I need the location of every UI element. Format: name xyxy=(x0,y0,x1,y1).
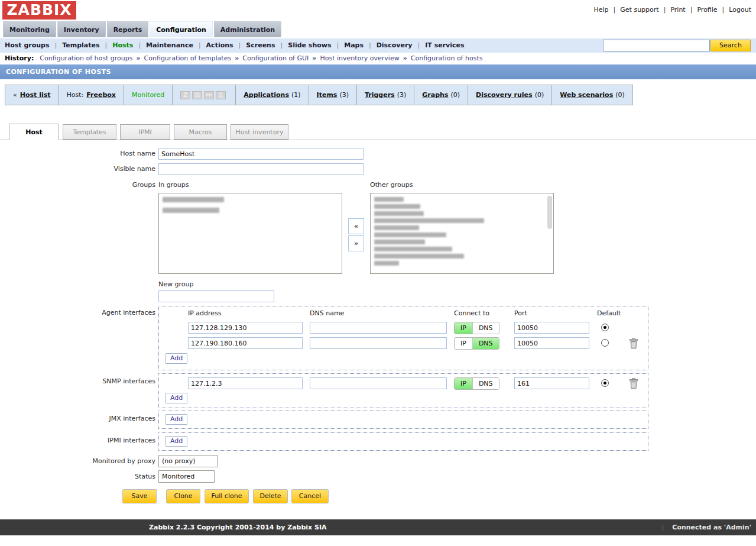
redacted-group-item[interactable] xyxy=(374,211,424,216)
redacted-group-item[interactable] xyxy=(374,225,419,230)
agent-dns-input[interactable] xyxy=(310,322,447,334)
trash-icon[interactable] xyxy=(629,338,638,349)
cancel-button[interactable]: Cancel xyxy=(291,489,329,503)
port-header: Port xyxy=(514,309,527,318)
search-button[interactable]: Search xyxy=(710,40,751,51)
main-tab-monitoring[interactable]: Monitoring xyxy=(3,21,56,37)
visible-name-input[interactable] xyxy=(158,163,364,175)
trash-icon[interactable] xyxy=(629,378,638,389)
redacted-group-item[interactable] xyxy=(374,232,446,237)
connect-ip-option[interactable]: IP xyxy=(455,322,473,334)
tab-macros[interactable]: Macros xyxy=(174,124,227,140)
web-scenarios-link[interactable]: Web scenarios xyxy=(560,85,613,105)
page-title: CONFIGURATION OF HOSTS xyxy=(6,64,111,79)
items-cell: Items (3) xyxy=(309,85,357,105)
search-input[interactable] xyxy=(603,40,710,51)
user-menu: HelpGet supportPrintProfileLogout xyxy=(594,6,751,14)
agent-default-radio[interactable] xyxy=(601,339,609,347)
main-tab-inventory[interactable]: Inventory xyxy=(57,21,106,37)
agent-default-radio[interactable] xyxy=(601,324,609,331)
subnav-templates[interactable]: Templates xyxy=(50,41,100,49)
triggers-link[interactable]: Triggers xyxy=(365,85,395,105)
save-button[interactable]: Save xyxy=(122,489,157,503)
main-tab-configuration[interactable]: Configuration xyxy=(150,21,213,37)
redacted-group-item[interactable] xyxy=(374,204,420,209)
subnav-host-groups[interactable]: Host groups xyxy=(5,41,50,49)
redacted-group-item[interactable] xyxy=(374,254,464,259)
in-groups-listbox[interactable] xyxy=(158,193,342,274)
tab-host-inventory[interactable]: Host inventory xyxy=(231,124,288,140)
subnav-maps[interactable]: Maps xyxy=(331,41,364,49)
snmp-port-input[interactable] xyxy=(514,377,589,389)
agent-ip-input[interactable] xyxy=(188,337,303,349)
redacted-group-item[interactable] xyxy=(374,197,404,202)
history-link-5[interactable]: Configuration of hosts xyxy=(400,54,483,62)
agent-ip-input[interactable] xyxy=(188,322,303,334)
redacted-group-item[interactable] xyxy=(163,208,219,213)
history-link-4[interactable]: Host inventory overview xyxy=(309,54,399,62)
host-list-cell[interactable]: « Host list xyxy=(5,85,59,105)
subnav-discovery[interactable]: Discovery xyxy=(364,41,412,49)
host-name-link[interactable]: Freebox xyxy=(86,85,116,105)
snmp-add-button[interactable]: Add xyxy=(166,393,187,403)
help-link[interactable]: Help xyxy=(594,6,609,14)
status-select[interactable]: Monitored xyxy=(158,470,215,483)
history-link-2[interactable]: Configuration of templates xyxy=(132,54,231,62)
items-link[interactable]: Items xyxy=(317,85,338,105)
logout-link[interactable]: Logout xyxy=(718,6,751,14)
agent-port-input[interactable] xyxy=(514,337,589,349)
clone-button[interactable]: Clone xyxy=(166,489,200,503)
applications-link[interactable]: Applications xyxy=(244,85,289,105)
connect-dns-option[interactable]: DNS xyxy=(473,378,499,389)
subnav-screens[interactable]: Screens xyxy=(233,41,275,49)
move-to-in-groups-button[interactable]: « xyxy=(348,218,364,234)
agent-connect-to-toggle: IP DNS xyxy=(454,322,499,334)
snmp-default-radio[interactable] xyxy=(601,379,609,387)
profile-link[interactable]: Profile xyxy=(686,6,718,14)
connect-ip-option[interactable]: IP xyxy=(455,378,473,389)
discovery-rules-link[interactable]: Discovery rules xyxy=(476,85,533,105)
delete-button[interactable]: Delete xyxy=(253,489,288,503)
new-group-input[interactable] xyxy=(158,290,274,302)
redacted-group-item[interactable] xyxy=(163,197,224,202)
zabbix-logo[interactable]: ZABBIX xyxy=(2,1,76,20)
get-support-link[interactable]: Get support xyxy=(609,6,659,14)
print-link[interactable]: Print xyxy=(659,6,686,14)
redacted-group-item[interactable] xyxy=(374,240,425,244)
connect-dns-option[interactable]: DNS xyxy=(473,322,499,334)
main-tab-reports[interactable]: Reports xyxy=(107,21,149,37)
subnav-actions[interactable]: Actions xyxy=(193,41,233,49)
agent-dns-input[interactable] xyxy=(310,337,447,349)
subnav-slide-shows[interactable]: Slide shows xyxy=(275,41,331,49)
history-link-3[interactable]: Configuration of GUI xyxy=(231,54,309,62)
tab-host[interactable]: Host xyxy=(9,124,59,140)
subnav-maintenance[interactable]: Maintenance xyxy=(133,41,193,49)
tab-templates[interactable]: Templates xyxy=(63,124,116,140)
graphs-link[interactable]: Graphs xyxy=(422,85,448,105)
other-groups-listbox[interactable] xyxy=(370,193,554,274)
subnav-it-services[interactable]: IT services xyxy=(412,41,464,49)
move-to-other-groups-button[interactable]: » xyxy=(348,235,364,251)
agent-port-input[interactable] xyxy=(514,322,589,334)
history-link-1[interactable]: Configuration of host groups xyxy=(40,54,132,62)
proxy-select[interactable]: (no proxy) xyxy=(158,455,218,467)
host-name-cell: Host: Freebox xyxy=(59,85,124,105)
tab-ipmi[interactable]: IPMI xyxy=(120,124,170,140)
main-tab-administration[interactable]: Administration xyxy=(214,21,281,37)
host-list-link[interactable]: Host list xyxy=(20,85,51,105)
redacted-group-item[interactable] xyxy=(374,247,452,251)
snmp-dns-input[interactable] xyxy=(310,377,447,389)
connect-ip-option[interactable]: IP xyxy=(455,338,473,349)
listbox-scrollbar[interactable] xyxy=(547,196,552,229)
agent-add-button[interactable]: Add xyxy=(166,353,187,364)
agent-interfaces-section: IP address DNS name Connect to Port Defa… xyxy=(158,306,648,370)
redacted-group-item[interactable] xyxy=(374,261,399,266)
ipmi-add-button[interactable]: Add xyxy=(166,436,187,447)
snmp-ip-input[interactable] xyxy=(188,377,303,389)
host-name-input[interactable] xyxy=(158,148,364,160)
connect-dns-option[interactable]: DNS xyxy=(473,338,499,349)
redacted-group-item[interactable] xyxy=(374,218,484,223)
full-clone-button[interactable]: Full clone xyxy=(205,489,249,503)
jmx-add-button[interactable]: Add xyxy=(166,414,187,425)
subnav-hosts[interactable]: Hosts xyxy=(100,41,134,49)
